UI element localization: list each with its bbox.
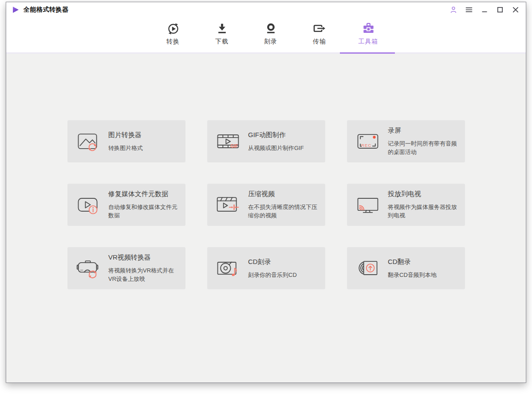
close-icon[interactable] (511, 5, 520, 15)
card-desc: 自动修复和修改媒体文件元数据 (108, 203, 181, 220)
card-title: GIF动图制作 (248, 131, 321, 139)
card-desc: 刻录你的音乐到CD (248, 271, 321, 279)
card-screen-recorder[interactable]: REC 录屏 记录同一时间所有带有音频的桌面活动 (347, 120, 465, 162)
transfer-icon (313, 21, 326, 35)
tab-burn-label: 刻录 (264, 38, 277, 46)
card-image-converter[interactable]: 图片转换器 转换图片格式 (67, 120, 185, 162)
app-logo-icon (12, 6, 20, 14)
card-desc: 将视频转换为VR格式并在VR设备上放映 (108, 266, 181, 283)
card-title: 压缩视频 (248, 190, 321, 198)
svg-text:REC: REC (361, 142, 372, 147)
card-desc: 在不损失清晰度的情况下压缩你的视频 (248, 203, 321, 220)
card-fix-metadata[interactable]: 修复媒体文件元数据 自动修复和修改媒体文件元数据 (67, 184, 185, 226)
titlebar-controls (449, 5, 520, 15)
card-title: CD翻录 (388, 258, 461, 266)
tab-download-label: 下载 (215, 38, 229, 46)
screen-recorder-icon: REC (355, 129, 381, 154)
main-nav: 转换 下载 刻录 (6, 17, 526, 54)
card-cd-burn[interactable]: CD刻录 刻录你的音乐到CD (207, 247, 325, 289)
burn-icon (265, 21, 277, 35)
tab-download[interactable]: 下载 (197, 17, 246, 52)
cd-rip-icon (355, 256, 381, 281)
convert-icon (167, 21, 180, 35)
download-icon (216, 21, 228, 35)
card-title: 图片转换器 (108, 131, 181, 139)
compress-video-icon (215, 192, 241, 218)
card-cd-rip[interactable]: CD翻录 翻录CD音频到本地 (347, 247, 465, 289)
card-desc: 记录同一时间所有带有音频的桌面活动 (388, 139, 461, 156)
vr-converter-icon (75, 256, 101, 281)
cd-burn-icon (215, 256, 241, 281)
menu-icon[interactable] (464, 5, 474, 15)
fix-metadata-icon (75, 192, 101, 218)
active-tab-underline (340, 52, 395, 54)
card-title: 投放到电视 (388, 190, 461, 198)
gif-maker-icon: GIF (215, 129, 241, 154)
svg-text:GIF: GIF (230, 143, 238, 148)
card-title: 录屏 (388, 126, 461, 135)
tab-transfer[interactable]: 传输 (295, 17, 344, 52)
nav-tabs: 转换 下载 刻录 (149, 17, 393, 52)
image-converter-icon (75, 129, 101, 154)
tab-convert[interactable]: 转换 (149, 17, 197, 52)
card-gif-maker[interactable]: GIF GIF动图制作 从视频或图片制作GIF (207, 120, 325, 162)
window-title: 全能格式转换器 (24, 6, 69, 14)
card-title: CD刻录 (248, 258, 321, 266)
cast-to-tv-icon (355, 192, 381, 218)
card-desc: 将视频作为媒体服务器投放到电视 (388, 203, 461, 220)
tab-burn[interactable]: 刻录 (246, 17, 295, 52)
card-desc: 从视频或图片制作GIF (248, 144, 321, 152)
card-desc: 转换图片格式 (108, 144, 181, 152)
minimize-icon[interactable] (480, 5, 489, 15)
card-vr-converter[interactable]: VR视频转换器 将视频转换为VR格式并在VR设备上放映 (67, 247, 185, 289)
tab-transfer-label: 传输 (313, 38, 326, 46)
card-cast-to-tv[interactable]: 投放到电视 将视频作为媒体服务器投放到电视 (347, 184, 465, 226)
card-title: 修复媒体文件元数据 (108, 190, 181, 198)
card-title: VR视频转换器 (108, 253, 181, 262)
tab-toolbox[interactable]: 工具箱 (344, 17, 393, 52)
account-icon[interactable] (449, 5, 458, 15)
tab-convert-label: 转换 (166, 38, 180, 46)
title-bar: 全能格式转换器 (6, 2, 526, 17)
toolbox-icon (362, 21, 375, 35)
app-window: 全能格式转换器 (6, 2, 526, 383)
card-desc: 翻录CD音频到本地 (388, 271, 461, 279)
maximize-icon[interactable] (495, 5, 505, 15)
tab-toolbox-label: 工具箱 (359, 38, 378, 46)
card-compress-video[interactable]: 压缩视频 在不损失清晰度的情况下压缩你的视频 (207, 184, 325, 226)
toolbox-grid: 图片转换器 转换图片格式 GIF GIF动图制作 从视频或图片制作GIF (67, 120, 465, 289)
